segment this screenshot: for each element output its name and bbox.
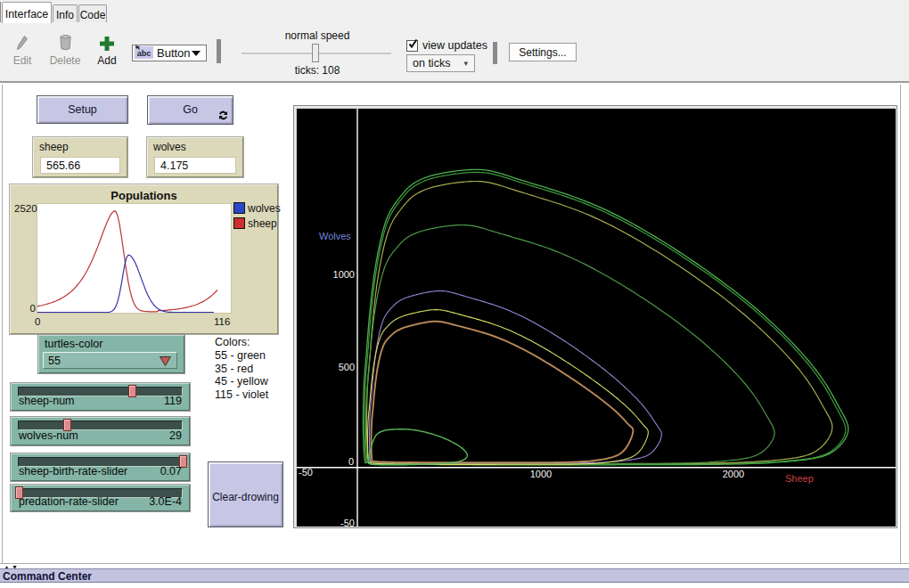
svg-text:500: 500 [339, 362, 355, 372]
svg-text:0: 0 [348, 456, 354, 467]
svg-text:1000: 1000 [333, 269, 355, 280]
svg-text:-50: -50 [299, 467, 313, 478]
svg-text:-50: -50 [340, 518, 355, 527]
svg-text:Wolves: Wolves [319, 231, 351, 241]
svg-text:1000: 1000 [530, 469, 552, 479]
svg-text:Sheep: Sheep [785, 473, 814, 484]
svg-text:2000: 2000 [723, 469, 744, 479]
